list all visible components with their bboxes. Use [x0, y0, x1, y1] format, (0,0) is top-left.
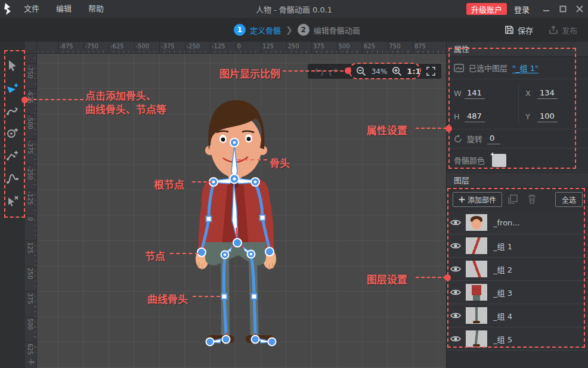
menu-help[interactable]: 帮助 — [80, 0, 112, 18]
publish-button[interactable]: 发布 — [544, 22, 582, 38]
visibility-eye-icon[interactable] — [447, 312, 465, 319]
curve-bone-annotation: 曲线骨头 — [147, 291, 188, 306]
visibility-eye-icon[interactable] — [447, 242, 465, 249]
bone-annotation: 骨头 — [270, 155, 290, 170]
layer-list: _fron... _组 1 _组 2 _组 3 — [447, 211, 588, 351]
layers-header: 图层 — [447, 172, 588, 187]
layer-thumbnail — [466, 307, 487, 324]
upgrade-account-button[interactable]: 升级账户 — [466, 3, 507, 15]
rotate-label: 旋转 — [467, 133, 482, 144]
layer-row[interactable]: _组 4 — [447, 304, 588, 327]
select-tool-icon[interactable] — [5, 58, 20, 73]
ruler-origin-toggle-icon[interactable] — [25, 356, 37, 368]
minimize-icon[interactable] — [538, 0, 555, 18]
h-label: H — [454, 112, 460, 121]
select-all-button[interactable]: 全选 — [555, 192, 583, 207]
actual-size-button[interactable]: 1:1 — [405, 64, 423, 79]
curve-tool-icon[interactable] — [5, 171, 20, 185]
add-bone-tool-icon[interactable] — [5, 81, 20, 95]
rotate-row: 旋转 0 — [447, 129, 588, 149]
layer-thumbnail — [466, 214, 487, 231]
layer-name: _组 1 — [493, 240, 512, 252]
delete-layer-icon[interactable] — [525, 193, 539, 206]
layer-thumbnail — [466, 237, 487, 254]
w-label: W — [454, 89, 462, 98]
properties-header: 属性 — [447, 42, 588, 57]
save-button[interactable]: 保存 — [500, 22, 538, 38]
layer-row[interactable]: _fron... — [447, 211, 588, 234]
layer-name: _组 2 — [493, 264, 512, 275]
selected-layer-label: 已选中图层 — [469, 62, 507, 73]
title-bar: 文件 编辑 帮助 人物 - 骨骼动画 0.0.1 升级账户 登录 — [0, 0, 588, 18]
layer-thumbnail — [466, 284, 487, 301]
visibility-eye-icon[interactable] — [447, 265, 465, 273]
menu-file[interactable]: 文件 — [16, 0, 48, 18]
bone-color-label: 骨骼颜色 — [454, 154, 485, 166]
dimension-fields: W 141 X 134 H 487 Y 100 — [447, 79, 588, 129]
view-control-bar: 34% 1:1 — [308, 64, 441, 79]
visibility-eye-icon[interactable] — [447, 219, 465, 226]
menu-edit[interactable]: 编辑 — [48, 0, 80, 18]
add-joint-bone-tool-icon[interactable] — [5, 149, 20, 163]
zoom-in-icon[interactable] — [390, 64, 403, 79]
step2-label: 编辑骨骼动画 — [314, 24, 360, 36]
tab-edit-skeleton-animation[interactable]: 2 编辑骨骼动画 — [298, 24, 360, 36]
layer-name: _组 3 — [493, 287, 512, 298]
redo-icon[interactable] — [327, 64, 340, 79]
layer-row[interactable]: _组 3 — [447, 281, 588, 304]
ruler-corner — [25, 42, 37, 54]
save-icon — [505, 25, 514, 35]
publish-icon — [549, 25, 558, 35]
y-field[interactable]: 100 — [537, 112, 558, 122]
selected-layer-row: 已选中图层 "_组 1" — [447, 57, 588, 79]
selected-layer-value[interactable]: "_组 1" — [512, 62, 539, 73]
zoom-percent: 34% — [369, 64, 390, 79]
step-toolbar: 1 定义骨骼 ❯ 2 编辑骨骼动画 保存 发布 — [0, 18, 588, 42]
plus-icon — [459, 196, 465, 203]
zoom-annotation: 图片显示比例 — [219, 66, 280, 81]
image-icon — [454, 64, 464, 72]
tab-define-skeleton[interactable]: 1 定义骨骼 — [234, 24, 281, 36]
layer-row[interactable]: _组 5 — [447, 327, 588, 351]
x-label: X — [525, 89, 531, 98]
step1-label: 定义骨骼 — [250, 24, 281, 36]
rotate-icon — [454, 135, 462, 143]
rotate-field[interactable]: 0 — [487, 134, 500, 144]
root-node-annotation: 根节点 — [154, 177, 184, 191]
bone-color-row: 骨骼颜色 — [447, 149, 588, 172]
step2-badge: 2 — [298, 24, 310, 36]
maximize-icon[interactable] — [555, 0, 571, 18]
horizontal-ruler: -875-750-625-500-375-250-125012525037550… — [37, 42, 446, 54]
add-node-tool-icon[interactable] — [5, 126, 20, 140]
side-panel: 属性 已选中图层 "_组 1" W 141 X 134 H 487 Y 100 … — [446, 42, 588, 368]
login-button[interactable]: 登录 — [514, 4, 530, 15]
duplicate-layer-icon[interactable] — [506, 193, 519, 206]
layer-row[interactable]: _组 1 — [447, 234, 588, 258]
h-field[interactable]: 487 — [465, 112, 485, 122]
bone-color-swatch[interactable] — [492, 154, 506, 167]
layer-thumbnail — [466, 261, 487, 277]
tool-palette — [0, 42, 25, 368]
layer-name: _fron... — [493, 218, 520, 227]
add-part-button[interactable]: 添加部件 — [453, 192, 502, 207]
step1-badge: 1 — [234, 24, 246, 36]
node-annotation: 节点 — [145, 248, 165, 263]
add-curve-bone-tool-icon[interactable] — [5, 104, 20, 118]
delete-select-tool-icon[interactable] — [5, 194, 20, 208]
tools-annotation: 点击添加骨头、 曲线骨头、节点等 — [85, 89, 166, 117]
w-field[interactable]: 141 — [465, 88, 485, 99]
properties-annotation: 属性设置 — [367, 122, 407, 137]
fullscreen-icon[interactable] — [423, 64, 438, 79]
undo-icon[interactable] — [312, 64, 326, 79]
visibility-eye-icon[interactable] — [447, 335, 465, 342]
x-field[interactable]: 134 — [537, 88, 558, 99]
visibility-eye-icon[interactable] — [447, 289, 465, 296]
zoom-out-icon[interactable] — [354, 64, 367, 79]
layer-row[interactable]: _组 2 — [447, 258, 588, 281]
close-icon[interactable] — [571, 0, 588, 18]
window-title: 人物 - 骨骼动画 0.0.1 — [256, 4, 332, 15]
layer-name: _组 5 — [493, 333, 512, 345]
y-label: Y — [525, 112, 530, 121]
layer-thumbnail — [466, 330, 487, 347]
layer-name: _组 4 — [493, 310, 512, 321]
